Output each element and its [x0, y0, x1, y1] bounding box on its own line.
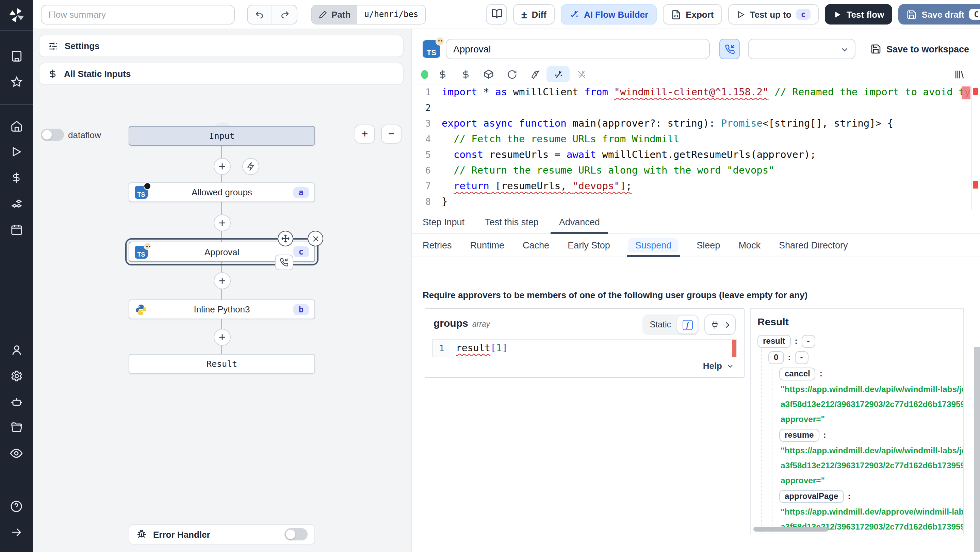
redo-button[interactable]	[272, 5, 297, 24]
test-flow-button[interactable]: Test flow	[825, 4, 892, 24]
sidebar-item-resources[interactable]	[0, 191, 33, 216]
flow-settings-row[interactable]: Settings	[39, 35, 404, 57]
resources-dollar-icon[interactable]	[454, 69, 477, 79]
sidebar-item-variables[interactable]	[0, 165, 33, 191]
windmill-logo-icon[interactable]	[0, 0, 33, 30]
line-number: 1	[433, 340, 450, 357]
sidebar-item-audit-logs[interactable]	[0, 441, 33, 466]
subtab-runtime[interactable]: Runtime	[470, 234, 504, 257]
flow-node-inline-python3[interactable]: Inline Python3 b	[129, 299, 315, 319]
json-key-approvalPage[interactable]: approvalPage	[779, 490, 843, 503]
suspend-phone-badge[interactable]	[275, 255, 293, 270]
editor-overview-ruler[interactable]	[971, 84, 980, 210]
chevron-down-icon	[840, 45, 850, 54]
sidebar-item-runs[interactable]	[0, 139, 33, 165]
json-key-resume[interactable]: resume	[779, 428, 819, 441]
tab-test-this-step[interactable]: Test this step	[485, 211, 539, 234]
bug-icon	[136, 529, 147, 540]
insert-trigger-button[interactable]	[242, 158, 259, 175]
error-handler-toggle[interactable]	[285, 528, 308, 541]
script-version-select[interactable]	[748, 39, 856, 59]
sidebar-item-users[interactable]	[0, 337, 33, 363]
sidebar-item-workers[interactable]	[0, 389, 33, 415]
collapse-button[interactable]: -	[795, 351, 808, 364]
plus-icon	[218, 333, 227, 342]
ai-flow-builder-label: AI Flow Builder	[584, 9, 648, 19]
format-tag-icon[interactable]	[523, 69, 546, 79]
save-draft-button[interactable]: Save draft C	[898, 4, 980, 24]
package-icon[interactable]	[477, 69, 500, 80]
vertical-scrollbar[interactable]	[974, 347, 980, 552]
diff-button[interactable]: ± Diff	[513, 4, 555, 24]
book-icon	[491, 9, 502, 20]
insert-step-button[interactable]	[214, 272, 231, 289]
subtab-early-stop[interactable]: Early Stop	[568, 234, 610, 257]
docs-button[interactable]	[486, 4, 507, 24]
help-toggle[interactable]: Help	[703, 361, 734, 371]
collapse-button[interactable]: -	[801, 334, 815, 347]
horizontal-scrollbar[interactable]	[753, 527, 828, 531]
sidebar-item-settings[interactable]	[0, 363, 33, 389]
json-key-result[interactable]: result	[757, 334, 791, 347]
delete-node-button[interactable]	[308, 231, 323, 247]
step-name-input[interactable]	[446, 39, 710, 59]
subtab-mock[interactable]: Mock	[738, 234, 760, 257]
ai-assist-wand-icon[interactable]	[546, 66, 570, 82]
move-node-button[interactable]	[278, 231, 293, 247]
sidebar-collapse-arrow-icon[interactable]	[0, 519, 33, 545]
tab-advanced[interactable]: Advanced	[559, 211, 600, 234]
subtab-cache[interactable]: Cache	[523, 234, 549, 257]
undo-button[interactable]	[248, 5, 272, 24]
fx-option-selected[interactable]: f	[677, 316, 698, 334]
connect-input-button[interactable]	[705, 315, 736, 335]
reload-icon[interactable]	[500, 69, 523, 79]
test-up-to-button[interactable]: Test up to c	[728, 4, 818, 24]
save-to-workspace-button[interactable]: Save to workspace	[871, 44, 969, 54]
error-marker	[732, 340, 737, 357]
dataflow-toggle[interactable]	[41, 129, 64, 141]
variables-icon[interactable]	[431, 69, 454, 79]
error-handler-row[interactable]: Error Handler	[129, 524, 315, 544]
sidebar-divider	[0, 30, 33, 31]
path-group[interactable]: Path u/henri/bes	[311, 5, 426, 24]
export-button[interactable]: Export	[662, 4, 722, 24]
sidebar-item-schedules[interactable]	[0, 216, 33, 242]
subtab-sleep[interactable]: Sleep	[697, 234, 720, 257]
sidebar-item-home[interactable]	[0, 113, 33, 139]
subtab-suspend[interactable]: Suspend	[628, 234, 679, 257]
tab-step-input[interactable]: Step Input	[423, 211, 465, 234]
zoom-out-button[interactable]: −	[381, 124, 401, 144]
all-static-inputs-row[interactable]: All Static Inputs	[39, 63, 404, 85]
json-key-0[interactable]: 0	[768, 351, 784, 364]
subtab-retries[interactable]: Retries	[423, 234, 452, 257]
code-line: 7 return [resumeUrls, "devops"];	[412, 178, 980, 194]
subtab-shared-directory[interactable]: Shared Directory	[779, 234, 848, 257]
ai-assist-off-icon[interactable]	[570, 69, 593, 79]
sidebar-item-workspace[interactable]	[0, 43, 33, 69]
flow-node-result[interactable]: Result	[129, 354, 315, 374]
flow-settings-label: Settings	[65, 41, 100, 51]
insert-step-button[interactable]	[214, 215, 231, 231]
suspend-phone-button[interactable]	[719, 39, 740, 59]
result-card: Result result : - 0 : - cancel: "https:/…	[750, 308, 964, 534]
flow-summary-input[interactable]	[41, 5, 235, 24]
code-editor[interactable]: 1import * as wmillClient from "windmill-…	[412, 84, 980, 210]
zoom-in-button[interactable]: +	[355, 124, 375, 144]
sidebar-item-folders[interactable]	[0, 415, 33, 441]
static-option[interactable]: Static	[643, 320, 677, 329]
ai-flow-builder-button[interactable]: AI Flow Builder	[561, 4, 656, 24]
json-key-cancel[interactable]: cancel	[779, 367, 816, 380]
library-icon[interactable]	[947, 68, 970, 80]
flow-node-input[interactable]: Input	[129, 126, 315, 146]
static-fx-segmented-control[interactable]: Static f	[642, 315, 699, 335]
code-line: 1import * as wmillClient from "windmill-…	[412, 84, 980, 100]
insert-step-button[interactable]	[214, 329, 231, 346]
sidebar-item-help[interactable]	[0, 493, 33, 519]
sidebar-item-favorites[interactable]	[0, 69, 33, 95]
path-edit-segment[interactable]: Path	[312, 5, 357, 24]
line-number: 1	[412, 84, 442, 100]
flow-node-allowed-groups[interactable]: TS Allowed groups a	[129, 182, 315, 202]
line-number: 4	[412, 131, 442, 147]
insert-step-button[interactable]	[214, 158, 231, 175]
groups-expression-editor[interactable]: 1 result[1]	[432, 339, 737, 357]
